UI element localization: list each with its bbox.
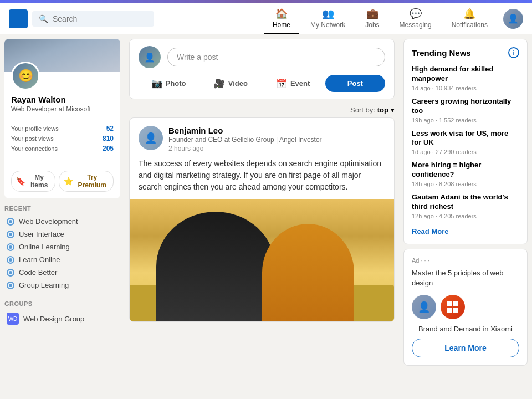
post-button[interactable]: Post [325, 75, 385, 92]
right-sidebar: Trending News i High demand for skilled … [399, 34, 532, 399]
jobs-icon: 💼 [366, 8, 378, 20]
stat-profile-views: Your profile views 52 [11, 124, 114, 134]
profile-actions: 🔖 My items ⭐ Try Premium [4, 166, 120, 198]
group-item-web-design[interactable]: WD Web Design Group [4, 310, 120, 327]
nav-item-my-network[interactable]: 👥 My Network [301, 3, 354, 34]
write-post-input[interactable]: Write a post [167, 48, 385, 66]
trending-title: Trending News [412, 48, 471, 58]
my-network-icon: 👥 [322, 8, 334, 20]
ad-avatar-brand [441, 295, 465, 319]
post-time: 2 hours ago [168, 145, 385, 152]
video-icon: 🎥 [214, 78, 225, 89]
profile-card: 😊 Rayan Walton Web Developer at Micosoft… [4, 39, 120, 198]
recent-item-group-learning[interactable]: Group Learning [4, 279, 120, 291]
news-item-1[interactable]: Careers growing horizontally too 19h ago… [412, 97, 519, 124]
event-button[interactable]: 📅 Event [263, 75, 323, 92]
svg-rect-0 [447, 301, 452, 306]
search-icon: 🔍 [39, 14, 48, 23]
recent-item-ui[interactable]: User Interface [4, 228, 120, 241]
event-icon: 📅 [276, 78, 287, 89]
header-avatar[interactable]: 👤 [503, 9, 523, 29]
sim-person2 [262, 224, 355, 321]
post-user-name[interactable]: Benjamin Leo [168, 126, 385, 135]
svg-rect-1 [453, 301, 458, 306]
read-more-link[interactable]: Read More [412, 227, 448, 236]
messaging-icon: 💬 [410, 8, 422, 20]
group-icon: WD [7, 313, 19, 325]
recent-dot-icon [7, 231, 14, 238]
recent-title: RECENT [4, 205, 120, 212]
header-avatar-image: 👤 [503, 9, 523, 29]
trending-info-icon[interactable]: i [508, 47, 519, 58]
profile-avatar-wrap: 😊 [11, 62, 40, 90]
post-create-avatar: 👤 [139, 46, 161, 68]
ad-label: Ad · · · [412, 257, 519, 264]
profile-stats: Your profile views 52 Your post views 81… [11, 119, 114, 154]
nav-item-notifications[interactable]: 🔔 Notifications [443, 3, 497, 34]
post-body: The success of every websites depends on… [130, 158, 394, 200]
header: 🔍 🏠 Home 👥 My Network 💼 Jobs 💬 Messaging… [0, 3, 532, 34]
recent-dot-icon [7, 218, 14, 226]
stat-post-views: Your post views 810 [11, 134, 114, 144]
notifications-icon: 🔔 [463, 8, 475, 20]
post-create-card: 👤 Write a post 📷 Photo 🎥 Video 📅 Event P… [129, 39, 395, 99]
sort-chevron-icon[interactable]: ▾ [391, 106, 395, 114]
recent-section: RECENT Web Development User Interface On… [0, 198, 125, 294]
star-icon: ⭐ [64, 177, 73, 186]
recent-item-learn-online[interactable]: Learn Online [4, 253, 120, 266]
home-icon: 🏠 [275, 8, 288, 20]
nav-item-home[interactable]: 🏠 Home [264, 3, 299, 34]
nav-item-messaging[interactable]: 💬 Messaging [391, 3, 441, 34]
post-image [130, 200, 394, 321]
ad-card: Ad · · · Master the 5 priciples of web d… [403, 249, 528, 366]
search-input[interactable] [53, 14, 147, 23]
post-actions-row: 📷 Photo 🎥 Video 📅 Event Post [139, 75, 385, 92]
post-user-title: Founder and CEO at Gellelio Group | Ange… [168, 136, 385, 144]
recent-item-code-better[interactable]: Code Better [4, 266, 120, 279]
trending-header: Trending News i [412, 47, 519, 58]
linkedin-logo[interactable] [9, 9, 28, 28]
profile-name: Rayan Walton [11, 95, 114, 104]
try-premium-button[interactable]: ⭐ Try Premium [59, 171, 114, 192]
stat-connections: Your connections 205 [11, 144, 114, 154]
ad-headline: Master the 5 priciples of web design [412, 268, 519, 288]
recent-dot-icon [7, 282, 14, 289]
photo-icon: 📷 [151, 78, 162, 89]
ad-avatars: 👤 [412, 295, 519, 319]
profile-info: Rayan Walton Web Developer at Micosoft Y… [4, 90, 120, 160]
news-item-0[interactable]: High demand for skilled manpower 1d ago … [412, 65, 519, 91]
video-button[interactable]: 🎥 Video [201, 75, 260, 92]
svg-rect-2 [447, 308, 452, 313]
bookmark-icon: 🔖 [16, 177, 25, 186]
svg-rect-3 [453, 308, 458, 313]
recent-item-web-dev[interactable]: Web Development [4, 215, 120, 228]
my-items-button[interactable]: 🔖 My items [11, 171, 55, 192]
profile-title: Web Developer at Micosoft [11, 105, 114, 113]
recent-dot-icon [7, 256, 14, 264]
news-item-4[interactable]: Gautam Adani is the world's third riches… [412, 193, 519, 219]
photo-button[interactable]: 📷 Photo [139, 75, 198, 92]
main-nav: 🏠 Home 👥 My Network 💼 Jobs 💬 Messaging 🔔… [264, 3, 497, 34]
post-user-info: Benjamin Leo Founder and CEO at Gellelio… [168, 126, 385, 152]
recent-item-online-learning[interactable]: Online Learning [4, 241, 120, 253]
sim-person1 [156, 212, 275, 321]
center-feed: 👤 Write a post 📷 Photo 🎥 Video 📅 Event P… [125, 34, 399, 399]
post-card: 👤 Benjamin Leo Founder and CEO at Gellel… [129, 117, 395, 322]
trending-card: Trending News i High demand for skilled … [403, 39, 528, 244]
groups-title: GROUPS [4, 300, 120, 307]
sort-bar: Sort by: top ▾ [129, 104, 395, 117]
learn-more-button[interactable]: Learn More [412, 339, 519, 357]
post-image-sim [130, 200, 394, 321]
search-bar[interactable]: 🔍 [32, 11, 154, 27]
groups-section: GROUPS WD Web Design Group [0, 294, 125, 329]
recent-dot-icon [7, 243, 14, 251]
left-sidebar: 😊 Rayan Walton Web Developer at Micosoft… [0, 34, 125, 399]
news-item-3[interactable]: More hiring = higher confidence? 18h ago… [412, 161, 519, 187]
post-user-avatar: 👤 [139, 126, 163, 150]
main-layout: 😊 Rayan Walton Web Developer at Micosoft… [0, 34, 532, 399]
post-header: 👤 Benjamin Leo Founder and CEO at Gellel… [130, 118, 394, 158]
ad-avatar-person: 👤 [412, 295, 436, 319]
nav-item-jobs[interactable]: 💼 Jobs [356, 3, 388, 34]
news-item-2[interactable]: Less work visa for US, more for UK 1d ag… [412, 129, 519, 156]
profile-avatar[interactable]: 😊 [11, 62, 40, 90]
